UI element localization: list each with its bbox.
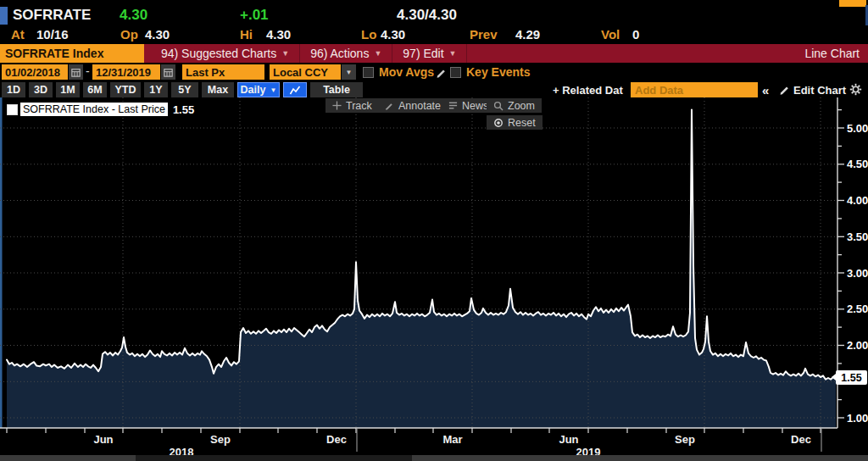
range-3d-button[interactable]: 3D <box>29 82 53 97</box>
x-month-label: Dec <box>791 433 811 446</box>
chevron-down-icon: ▼ <box>281 49 289 58</box>
security-color-tag <box>0 7 8 25</box>
collapse-button[interactable]: « <box>762 83 769 97</box>
range-6m-button[interactable]: 6M <box>83 82 107 97</box>
range-max-button[interactable]: Max <box>202 82 234 97</box>
reset-icon <box>493 118 504 128</box>
open-value: 4.30 <box>145 27 170 42</box>
low-label: Lo <box>361 27 376 42</box>
range-1y-button[interactable]: 1Y <box>144 82 168 97</box>
y-tick-label: 4.00 <box>847 194 868 207</box>
x-month-label: Dec <box>326 433 347 446</box>
menu-edit[interactable]: 97) Edit▼ <box>392 44 467 63</box>
table-button[interactable]: Table <box>310 82 363 97</box>
currency-dropdown-button[interactable]: ▼ <box>342 64 356 80</box>
volume-value: 0 <box>632 27 639 42</box>
date-from-input[interactable] <box>2 64 68 80</box>
y-tick-label: 1.00 <box>847 412 868 425</box>
legend-label[interactable]: SOFRRATE Index - Last Price <box>20 103 168 116</box>
crosshair-icon <box>332 101 342 110</box>
security-field[interactable]: SOFRRATE Index <box>0 44 144 63</box>
ticker-symbol: SOFRRATE <box>13 7 91 24</box>
x-month-label: Jun <box>559 433 578 446</box>
price-change: +.01 <box>240 7 269 24</box>
y-tick-label: 3.50 <box>847 230 868 243</box>
gear-icon[interactable] <box>849 83 862 96</box>
chevron-down-icon: ▼ <box>346 69 353 76</box>
pencil-icon <box>385 101 394 110</box>
calendar-button[interactable] <box>69 64 83 80</box>
y-tick-label: 5.00 <box>847 122 868 135</box>
chart-panel: 1.002.002.503.003.504.004.505.00JunSepDe… <box>0 97 868 461</box>
y-tick-label: 2.00 <box>847 339 868 352</box>
pencil-icon[interactable] <box>436 67 447 78</box>
pencil-icon[interactable] <box>779 84 790 95</box>
line-chart-icon <box>289 85 301 96</box>
chevron-down-icon: ▼ <box>270 86 276 94</box>
prev-value: 4.29 <box>515 27 540 42</box>
x-month-label: Sep <box>675 433 695 446</box>
legend-checkbox[interactable] <box>7 104 18 115</box>
x-month-label: Sep <box>210 433 231 446</box>
date-range-separator: - <box>86 64 90 78</box>
annotate-button[interactable]: Annotate <box>378 98 448 113</box>
frequency-dropdown[interactable]: Daily▼ <box>237 82 280 97</box>
edit-chart-button[interactable]: Edit Chart <box>793 84 846 97</box>
range-1d-button[interactable]: 1D <box>2 82 25 97</box>
plot-left-edge <box>0 97 3 428</box>
add-data-input[interactable] <box>631 82 758 97</box>
legend-value: 1.55 <box>173 103 194 116</box>
last-price-tag: 1.55 <box>836 370 867 385</box>
mov-avgs-label: Mov Avgs <box>379 65 434 79</box>
high-value: 4.30 <box>266 27 291 42</box>
calendar-icon <box>164 68 173 77</box>
x-month-label: Jun <box>93 433 113 446</box>
open-label: Op <box>120 27 138 42</box>
volume-label: Vol <box>601 27 620 42</box>
price-chart[interactable]: 1.002.002.503.003.504.004.505.00JunSepDe… <box>0 97 868 461</box>
y-tick-label: 3.00 <box>847 267 868 280</box>
news-icon <box>448 101 458 110</box>
zoom-button[interactable]: Zoom <box>487 98 542 113</box>
price-field-input[interactable] <box>182 64 264 80</box>
area-fill <box>7 110 836 428</box>
last-price: 4.30 <box>120 7 147 24</box>
reset-button[interactable]: Reset <box>487 115 542 130</box>
menu-suggested-charts[interactable]: 94) Suggested Charts▼ <box>151 44 300 63</box>
track-button[interactable]: Track <box>326 98 379 113</box>
menu-actions[interactable]: 96) Actions▼ <box>300 44 392 63</box>
currency-input[interactable] <box>270 64 341 80</box>
low-value: 4.30 <box>381 27 405 42</box>
calendar-button[interactable] <box>161 64 175 80</box>
legend: SOFRRATE Index - Last Price 1.55 <box>7 103 194 116</box>
range-ytd-button[interactable]: YTD <box>110 82 141 97</box>
menu-bar: SOFRRATE Index 94) Suggested Charts▼ 96)… <box>0 44 868 63</box>
bottom-scrollbar[interactable] <box>0 455 868 461</box>
chevron-down-icon: ▼ <box>374 49 381 58</box>
prev-label: Prev <box>470 27 498 42</box>
line-chart-type-button[interactable] <box>283 82 307 97</box>
alert-strip <box>839 0 866 7</box>
mov-avgs-checkbox[interactable] <box>363 67 374 78</box>
x-month-label: Mar <box>442 433 462 446</box>
at-label: At <box>11 27 25 42</box>
bid-ask: 4.30/4.30 <box>397 7 457 24</box>
y-tick-label: 2.50 <box>847 303 868 315</box>
key-events-label: Key Events <box>466 65 530 79</box>
scrollbar-segment <box>0 455 136 461</box>
y-tick-label: 4.50 <box>847 158 868 170</box>
high-label: Hi <box>240 27 253 42</box>
related-data-button[interactable]: + Related Dat <box>553 84 623 97</box>
range-5y-button[interactable]: 5Y <box>171 82 198 97</box>
at-value: 10/16 <box>36 27 69 42</box>
bloomberg-terminal-window: SOFRRATE 4.30 +.01 4.30/4.30 At 10/16 Op… <box>0 0 868 461</box>
key-events-checkbox[interactable] <box>450 67 461 78</box>
calendar-icon <box>71 68 81 77</box>
range-1m-button[interactable]: 1M <box>56 82 80 97</box>
function-name: Line Chart <box>804 44 868 63</box>
scrollbar-segment <box>412 455 868 461</box>
chevron-down-icon: ▼ <box>449 49 457 58</box>
date-to-input[interactable] <box>92 64 160 80</box>
magnifier-icon <box>493 101 504 111</box>
